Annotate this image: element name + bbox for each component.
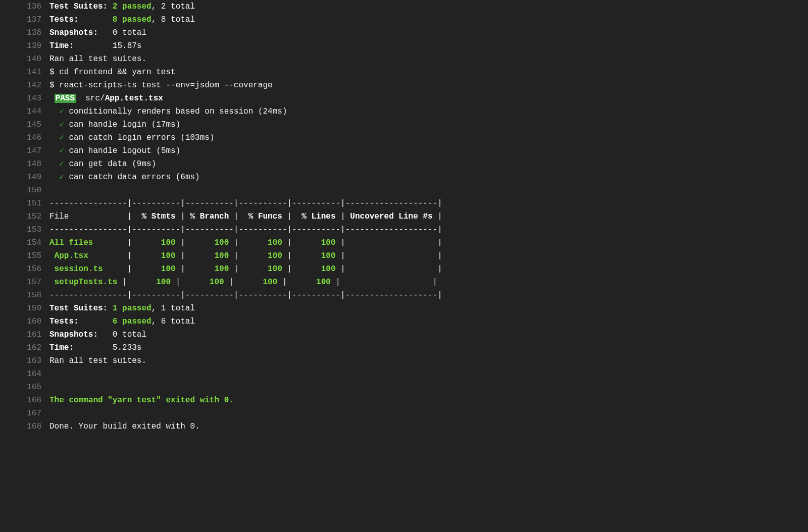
check-icon: ✓ [59, 159, 64, 169]
log-line[interactable]: 159Test Suites: 1 passed, 1 total [0, 302, 808, 315]
log-line[interactable]: 139Time: 15.87s [0, 39, 808, 52]
line-number: 141 [0, 66, 49, 79]
log-line[interactable]: 136Test Suites: 2 passed, 2 total [0, 0, 808, 13]
check-icon: ✓ [59, 146, 64, 155]
line-content: The command "yarn test" exited with 0. [49, 394, 808, 407]
line-number: 152 [0, 210, 49, 223]
line-number: 158 [0, 289, 49, 302]
line-number: 140 [0, 52, 49, 66]
line-number: 168 [0, 420, 49, 433]
line-number: 136 [0, 0, 49, 13]
log-line[interactable]: 150 [0, 184, 808, 197]
log-line[interactable]: 143 PASS src/App.test.tsx [0, 92, 808, 105]
line-content: Ran all test suites. [49, 354, 808, 367]
log-line[interactable]: 158----------------|----------|---------… [0, 289, 808, 302]
line-content: Test Suites: 2 passed, 2 total [49, 0, 808, 13]
log-line[interactable]: 137Tests: 8 passed, 8 total [0, 13, 808, 26]
line-content: Time: 5.233s [49, 341, 808, 354]
log-line[interactable]: 152File | % Stmts | % Branch | % Funcs |… [0, 210, 808, 223]
log-line[interactable]: 146 ✓ can catch login errors (103ms) [0, 131, 808, 144]
line-number: 154 [0, 236, 49, 249]
log-line[interactable]: 157 setupTests.ts | 100 | 100 | 100 | 10… [0, 276, 808, 289]
log-line[interactable]: 165 [0, 381, 808, 394]
line-content: ✓ can handle login (17ms) [49, 118, 808, 131]
log-line[interactable]: 142$ react-scripts-ts test --env=jsdom -… [0, 79, 808, 92]
line-content: ----------------|----------|----------|-… [49, 223, 808, 236]
line-number: 142 [0, 79, 49, 92]
log-line[interactable]: 147 ✓ can handle logout (5ms) [0, 144, 808, 157]
line-content: PASS src/App.test.tsx [49, 92, 808, 105]
log-line[interactable]: 141$ cd frontend && yarn test [0, 66, 808, 79]
line-content: ✓ can get data (9ms) [49, 157, 808, 171]
line-number: 162 [0, 341, 49, 354]
log-line[interactable]: 155 App.tsx | 100 | 100 | 100 | 100 | | [0, 249, 808, 262]
line-number: 159 [0, 302, 49, 315]
check-icon: ✓ [59, 107, 64, 116]
terminal-log: 136Test Suites: 2 passed, 2 total137Test… [0, 0, 808, 448]
log-line[interactable]: 161Snapshots: 0 total [0, 328, 808, 341]
log-line[interactable]: 145 ✓ can handle login (17ms) [0, 118, 808, 131]
line-content: ----------------|----------|----------|-… [49, 197, 808, 210]
line-number: 157 [0, 276, 49, 289]
line-number: 147 [0, 144, 49, 157]
line-number: 137 [0, 13, 49, 26]
check-icon: ✓ [59, 133, 64, 142]
log-line[interactable]: 162Time: 5.233s [0, 341, 808, 354]
line-content: Test Suites: 1 passed, 1 total [49, 302, 808, 315]
line-number: 144 [0, 105, 49, 118]
log-line[interactable]: 160Tests: 6 passed, 6 total [0, 315, 808, 328]
line-content: $ cd frontend && yarn test [49, 66, 808, 79]
line-number: 165 [0, 381, 49, 394]
line-content: Snapshots: 0 total [49, 328, 808, 341]
line-content: Time: 15.87s [49, 39, 808, 52]
log-line[interactable]: 140Ran all test suites. [0, 52, 808, 66]
line-content [49, 407, 808, 420]
line-number: 156 [0, 262, 49, 276]
log-line[interactable]: 151----------------|----------|---------… [0, 197, 808, 210]
line-content: Tests: 6 passed, 6 total [49, 315, 808, 328]
line-number: 145 [0, 118, 49, 131]
line-content: Done. Your build exited with 0. [49, 420, 808, 433]
log-line[interactable]: 153----------------|----------|---------… [0, 223, 808, 236]
line-content: ✓ can catch data errors (6ms) [49, 171, 808, 184]
line-number: 139 [0, 39, 49, 52]
line-number: 163 [0, 354, 49, 367]
line-content: Snapshots: 0 total [49, 26, 808, 39]
log-line[interactable]: 156 session.ts | 100 | 100 | 100 | 100 |… [0, 262, 808, 276]
log-line[interactable]: 168Done. Your build exited with 0. [0, 420, 808, 433]
log-line[interactable]: 138Snapshots: 0 total [0, 26, 808, 39]
line-number: 149 [0, 171, 49, 184]
line-content: session.ts | 100 | 100 | 100 | 100 | | [49, 262, 808, 276]
line-number: 143 [0, 92, 49, 105]
log-line[interactable]: 154All files | 100 | 100 | 100 | 100 | | [0, 236, 808, 249]
line-content: setupTests.ts | 100 | 100 | 100 | 100 | … [49, 276, 808, 289]
line-number: 161 [0, 328, 49, 341]
line-content: ✓ conditionally renders based on session… [49, 105, 808, 118]
line-number: 146 [0, 131, 49, 144]
line-content: All files | 100 | 100 | 100 | 100 | | [49, 236, 808, 249]
check-icon: ✓ [59, 120, 64, 129]
line-number: 148 [0, 157, 49, 171]
line-content [49, 367, 808, 381]
line-number: 150 [0, 184, 49, 197]
log-line[interactable]: 149 ✓ can catch data errors (6ms) [0, 171, 808, 184]
line-number: 160 [0, 315, 49, 328]
log-line[interactable]: 163Ran all test suites. [0, 354, 808, 367]
check-icon: ✓ [59, 173, 64, 182]
log-line[interactable]: 167 [0, 407, 808, 420]
log-line[interactable]: 144 ✓ conditionally renders based on ses… [0, 105, 808, 118]
log-line[interactable]: 164 [0, 367, 808, 381]
line-content: ----------------|----------|----------|-… [49, 289, 808, 302]
log-line[interactable]: 148 ✓ can get data (9ms) [0, 157, 808, 171]
line-number: 151 [0, 197, 49, 210]
line-content: ✓ can handle logout (5ms) [49, 144, 808, 157]
line-content: File | % Stmts | % Branch | % Funcs | % … [49, 210, 808, 223]
log-line[interactable]: 166The command "yarn test" exited with 0… [0, 394, 808, 407]
line-content: $ react-scripts-ts test --env=jsdom --co… [49, 79, 808, 92]
line-number: 167 [0, 407, 49, 420]
line-content [49, 184, 808, 197]
line-content: App.tsx | 100 | 100 | 100 | 100 | | [49, 249, 808, 262]
pass-badge: PASS [55, 94, 76, 103]
line-number: 164 [0, 367, 49, 381]
line-number: 155 [0, 249, 49, 262]
